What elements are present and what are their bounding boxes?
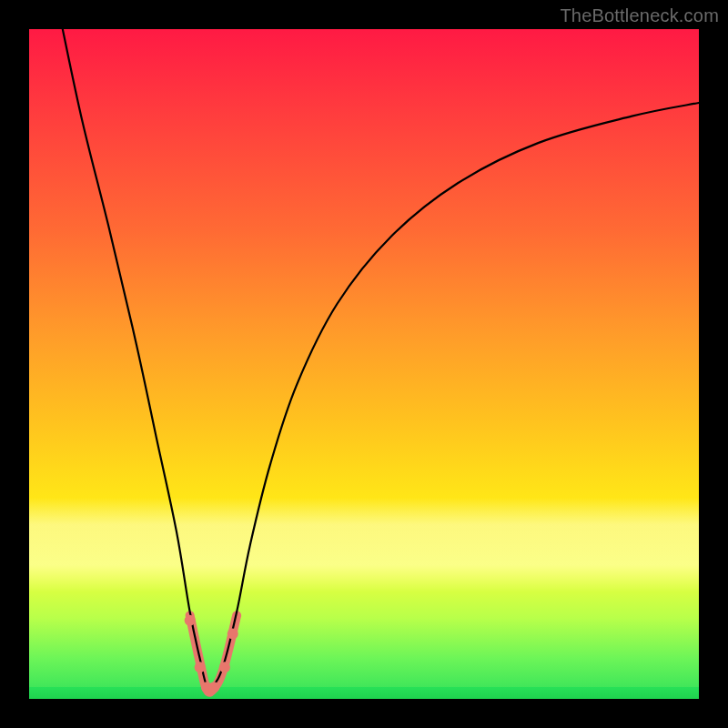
watermark-text: TheBottleneck.com — [560, 5, 719, 26]
plot-area — [29, 29, 699, 699]
curve-layer — [29, 29, 699, 699]
trough-dot — [228, 628, 238, 639]
trough-highlight — [190, 615, 238, 692]
bottleneck-curve — [63, 29, 699, 689]
trough-dot — [219, 662, 230, 672]
trough-dot — [185, 615, 196, 626]
trough-dot — [195, 662, 206, 672]
trough-dot — [208, 682, 219, 693]
chart-frame: TheBottleneck.com — [0, 0, 728, 728]
